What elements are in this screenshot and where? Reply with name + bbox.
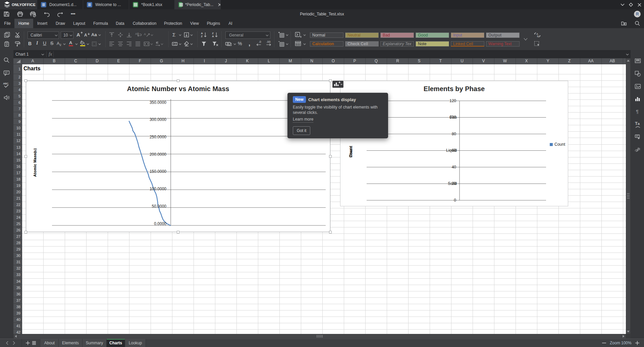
svg-text:.0: .0 <box>259 40 261 44</box>
svg-text:A: A <box>201 32 203 35</box>
svg-text:Z: Z <box>212 32 214 35</box>
svg-text:A: A <box>212 35 214 38</box>
svg-text:Z: Z <box>201 35 203 38</box>
svg-text:.00: .00 <box>266 40 271 44</box>
svg-text:B: B <box>537 35 539 38</box>
svg-text:A: A <box>144 32 146 36</box>
